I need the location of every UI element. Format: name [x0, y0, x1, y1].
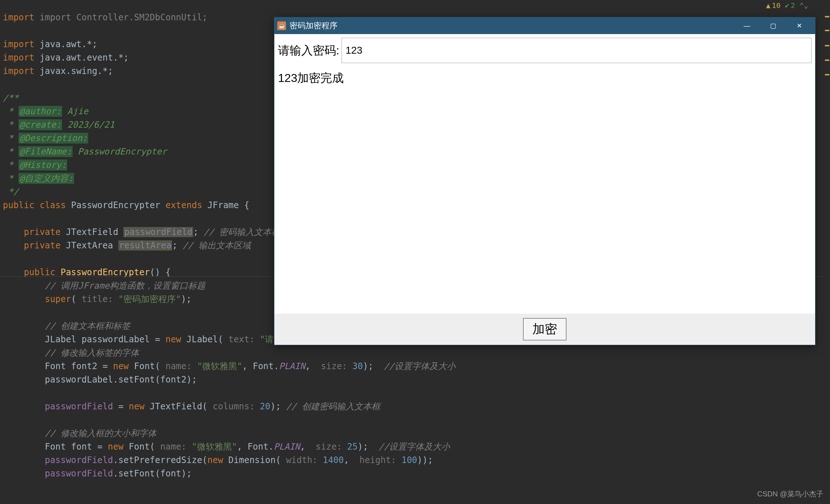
input-panel: 请输入密码: [274, 34, 815, 67]
warning-icon: ▲ [766, 1, 770, 10]
scrollbar-gutter[interactable] [823, 12, 830, 504]
watermark: CSDN @菜鸟小杰子 [757, 489, 823, 499]
titlebar[interactable]: ☕ 密码加密程序 ― ▢ ✕ [274, 17, 815, 34]
swing-app-window: ☕ 密码加密程序 ― ▢ ✕ 请输入密码: 加密 [274, 17, 815, 345]
java-icon: ☕ [277, 21, 286, 30]
gutter-warning-mark[interactable] [825, 30, 829, 31]
checks-count: 2 [791, 1, 795, 10]
checks-indicator[interactable]: ✔ 2 [785, 1, 795, 10]
gutter-warning-mark[interactable] [825, 16, 829, 17]
close-button[interactable]: ✕ [786, 17, 812, 34]
result-textarea[interactable] [274, 67, 815, 314]
warnings-indicator[interactable]: ▲ 10 [766, 1, 781, 10]
inspection-status-bar: ▲ 10 ✔ 2 ⌃⌄ [766, 0, 830, 11]
password-input[interactable] [342, 38, 811, 63]
nav-icon[interactable]: ⌃⌄ [800, 1, 808, 10]
check-icon: ✔ [785, 1, 789, 10]
password-label: 请输入密码: [278, 38, 342, 63]
gutter-warning-mark[interactable] [825, 59, 829, 61]
gutter-warning-mark[interactable] [825, 45, 829, 46]
window-title: 密码加密程序 [290, 20, 734, 31]
button-panel: 加密 [274, 314, 815, 345]
warnings-count: 10 [772, 1, 781, 10]
maximize-button[interactable]: ▢ [760, 17, 786, 34]
gutter-warning-mark[interactable] [825, 74, 829, 75]
minimize-button[interactable]: ― [734, 17, 760, 34]
encrypt-button[interactable]: 加密 [523, 318, 567, 340]
